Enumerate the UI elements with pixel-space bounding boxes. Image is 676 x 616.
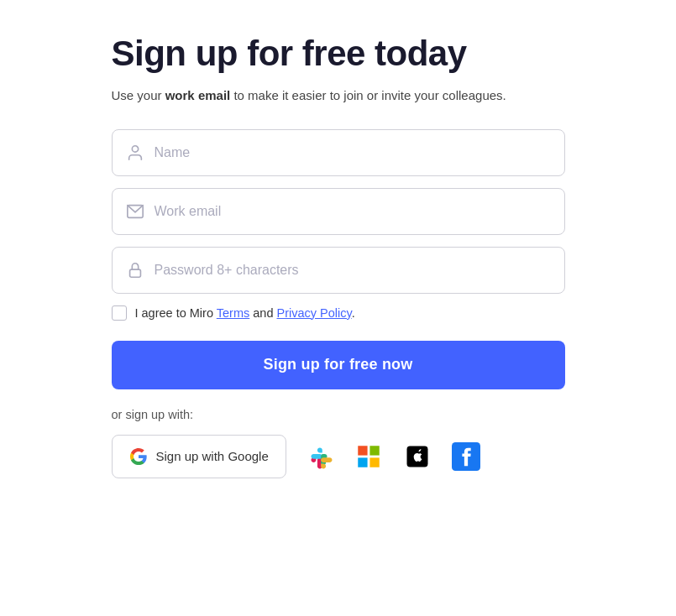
- office-signup-button[interactable]: [352, 440, 385, 473]
- subtitle: Use your work email to make it easier to…: [112, 86, 565, 105]
- slack-signup-button[interactable]: [303, 440, 337, 473]
- lock-icon: [126, 261, 144, 279]
- google-signup-button[interactable]: Sign up with Google: [112, 435, 286, 478]
- google-icon: [129, 447, 148, 466]
- signup-button[interactable]: Sign up for free now: [112, 341, 565, 389]
- facebook-signup-button[interactable]: [449, 440, 483, 473]
- privacy-link[interactable]: Privacy Policy: [277, 306, 352, 320]
- other-social-icons: [303, 440, 483, 473]
- agree-checkbox[interactable]: [112, 305, 127, 321]
- envelope-icon: [126, 202, 144, 221]
- password-input[interactable]: [155, 263, 551, 278]
- agree-row: I agree to Miro Terms and Privacy Policy…: [112, 305, 565, 321]
- agree-text: I agree to Miro Terms and Privacy Policy…: [135, 306, 355, 320]
- page-title: Sign up for free today: [112, 34, 565, 74]
- email-field-group: [112, 188, 565, 235]
- svg-rect-2: [129, 269, 140, 277]
- svg-point-0: [132, 145, 138, 151]
- password-input-wrapper: [112, 247, 565, 294]
- password-field-group: [112, 247, 565, 294]
- name-input[interactable]: [155, 145, 551, 160]
- name-field-group: [112, 129, 565, 176]
- name-input-wrapper: [112, 129, 565, 176]
- email-input-wrapper: [112, 188, 565, 235]
- social-row: Sign up with Google: [112, 435, 565, 478]
- email-input[interactable]: [155, 204, 551, 219]
- signup-container: Sign up for free today Use your work ema…: [112, 34, 565, 478]
- person-icon: [126, 144, 144, 162]
- terms-link[interactable]: Terms: [217, 306, 249, 320]
- apple-signup-button[interactable]: [401, 440, 434, 473]
- or-sign-up-text: or sign up with:: [112, 408, 565, 421]
